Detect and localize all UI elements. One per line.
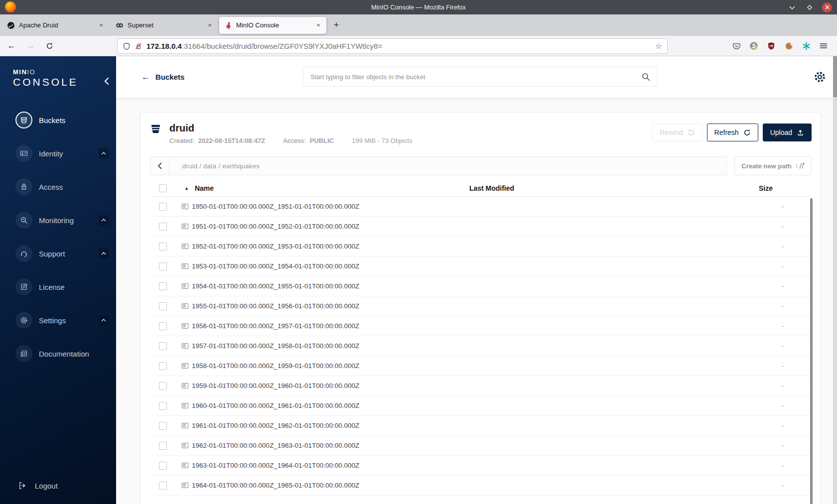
object-name[interactable]: 1964-01-01T00:00:00.000Z_1965-01-01T00:0…	[192, 482, 359, 489]
table-row[interactable]: 1955-01-01T00:00:00.000Z_1956-01-01T00:0…	[150, 296, 812, 316]
refresh-button[interactable]: Refresh	[707, 124, 758, 141]
sidebar-item-monitoring[interactable]: Monitoring	[0, 211, 116, 229]
row-checkbox[interactable]	[159, 282, 167, 290]
row-checkbox[interactable]	[159, 203, 167, 211]
sidebar-item-buckets[interactable]: Buckets	[0, 111, 116, 129]
row-checkbox[interactable]	[159, 243, 167, 251]
sidebar-item-identity[interactable]: Identity	[0, 144, 116, 162]
cookie-icon[interactable]	[781, 38, 796, 53]
object-name[interactable]: 1963-01-01T00:00:00.000Z_1964-01-01T00:0…	[192, 462, 359, 469]
row-checkbox[interactable]	[159, 302, 167, 310]
row-checkbox[interactable]	[159, 342, 167, 350]
sidebar-item-support[interactable]: Support	[0, 245, 116, 262]
table-row[interactable]: 1963-01-01T00:00:00.000Z_1964-01-01T00:0…	[150, 456, 812, 476]
chevron-up-icon[interactable]	[99, 249, 109, 258]
table-row[interactable]: 1964-01-01T00:00:00.000Z_1965-01-01T00:0…	[150, 476, 812, 496]
table-row[interactable]: 1954-01-01T00:00:00.000Z_1955-01-01T00:0…	[150, 276, 812, 296]
table-row[interactable]: 1956-01-01T00:00:00.000Z_1957-01-01T00:0…	[150, 316, 812, 336]
shield-icon[interactable]	[123, 42, 131, 50]
table-row[interactable]: 1952-01-01T00:00:00.000Z_1953-01-01T00:0…	[150, 237, 812, 256]
object-name[interactable]: 1955-01-01T00:00:00.000Z_1956-01-01T00:0…	[192, 302, 359, 310]
chevron-up-icon[interactable]	[99, 215, 109, 225]
forward-button[interactable]: →	[23, 38, 38, 53]
object-name[interactable]: 1957-01-01T00:00:00.000Z_1958-01-01T00:0…	[192, 342, 359, 350]
back-to-buckets-button[interactable]: ← Buckets	[141, 72, 184, 82]
row-checkbox[interactable]	[159, 422, 167, 430]
object-name[interactable]: 1950-01-01T00:00:00.000Z_1951-01-01T00:0…	[192, 203, 359, 210]
object-name[interactable]: 1961-01-01T00:00:00.000Z_1962-01-01T00:0…	[192, 422, 359, 429]
object-name[interactable]: 1960-01-01T00:00:00.000Z_1961-01-01T00:0…	[192, 402, 359, 409]
chevron-up-icon[interactable]	[99, 315, 109, 325]
column-header-size[interactable]: Size	[591, 184, 812, 192]
column-header-name[interactable]: Name	[195, 184, 214, 192]
table-row[interactable]: 1957-01-01T00:00:00.000Z_1958-01-01T00:0…	[150, 336, 812, 356]
settings-gear-icon[interactable]	[814, 71, 826, 83]
table-row[interactable]: 1958-01-01T00:00:00.000Z_1959-01-01T00:0…	[150, 356, 812, 376]
pocket-icon[interactable]	[729, 38, 744, 53]
row-checkbox[interactable]	[159, 482, 167, 490]
tab-close-icon[interactable]: ×	[313, 20, 323, 30]
row-checkbox[interactable]	[159, 402, 167, 410]
object-name[interactable]: 1954-01-01T00:00:00.000Z_1955-01-01T00:0…	[192, 282, 359, 290]
tab-apache-druid[interactable]: Apache Druid ×	[2, 17, 109, 34]
lock-slash-icon[interactable]	[135, 42, 142, 50]
table-row[interactable]: 1951-01-01T00:00:00.000Z_1952-01-01T00:0…	[150, 217, 812, 237]
row-checkbox[interactable]	[159, 322, 167, 330]
chevron-up-icon[interactable]	[99, 148, 109, 158]
table-row[interactable]: 1960-01-01T00:00:00.000Z_1961-01-01T00:0…	[150, 396, 812, 416]
sidebar-item-documentation[interactable]: Documentation	[0, 345, 116, 363]
row-checkbox[interactable]	[159, 262, 167, 270]
page-scrollbar-thumb[interactable]	[833, 56, 837, 97]
path-back-chevron-icon[interactable]	[150, 157, 169, 175]
object-name[interactable]: 1962-01-01T00:00:00.000Z_1963-01-01T00:0…	[192, 442, 359, 449]
current-path[interactable]: druid / data / earthquakes	[169, 162, 260, 170]
row-checkbox[interactable]	[159, 362, 167, 370]
filter-objects-search[interactable]	[303, 67, 658, 87]
row-checkbox[interactable]	[159, 223, 167, 231]
object-name[interactable]: 1951-01-01T00:00:00.000Z_1952-01-01T00:0…	[192, 223, 359, 230]
table-row[interactable]: 1961-01-01T00:00:00.000Z_1962-01-01T00:0…	[150, 416, 812, 436]
bookmark-star-icon[interactable]: ☆	[655, 41, 662, 51]
tab-close-icon[interactable]: ×	[96, 20, 106, 30]
minimize-chevron-icon[interactable]	[787, 2, 797, 12]
sidebar-item-license[interactable]: License	[0, 278, 116, 296]
sidebar-collapse-chevron-icon[interactable]	[104, 77, 109, 85]
column-header-last-modified[interactable]: Last Modified	[392, 184, 591, 192]
object-name[interactable]: 1956-01-01T00:00:00.000Z_1957-01-01T00:0…	[192, 322, 359, 330]
object-name[interactable]: 1953-01-01T00:00:00.000Z_1954-01-01T00:0…	[192, 262, 359, 270]
row-checkbox[interactable]	[159, 382, 167, 390]
row-checkbox[interactable]	[159, 462, 167, 470]
tab-superset[interactable]: Superset ×	[111, 17, 218, 34]
object-name[interactable]: 1952-01-01T00:00:00.000Z_1953-01-01T00:0…	[192, 243, 359, 250]
account-icon[interactable]	[746, 38, 761, 53]
create-new-path-button[interactable]: Create new path	[734, 156, 812, 175]
table-row[interactable]: 1953-01-01T00:00:00.000Z_1954-01-01T00:0…	[150, 256, 812, 276]
tab-minio-console[interactable]: MinIO Console ×	[219, 17, 326, 34]
ublock-icon[interactable]: UO	[764, 38, 779, 53]
table-row[interactable]: 1950-01-01T00:00:00.000Z_1951-01-01T00:0…	[150, 197, 812, 217]
row-checkbox[interactable]	[159, 442, 167, 450]
search-input[interactable]	[310, 73, 642, 81]
menu-icon[interactable]	[816, 38, 831, 53]
object-name[interactable]: 1958-01-01T00:00:00.000Z_1959-01-01T00:0…	[192, 362, 359, 370]
object-name[interactable]: 1959-01-01T00:00:00.000Z_1960-01-01T00:0…	[192, 382, 359, 389]
table-row[interactable]: 1959-01-01T00:00:00.000Z_1960-01-01T00:0…	[150, 376, 812, 396]
rewind-button[interactable]: Rewind	[652, 124, 702, 141]
table-scrollbar-thumb[interactable]	[810, 198, 813, 504]
url-bar[interactable]: 172.18.0.4:31664/buckets/druid/browse/ZG…	[117, 38, 668, 54]
sort-ascending-icon[interactable]: ▲	[184, 186, 189, 191]
sidebar-item-settings[interactable]: Settings	[0, 311, 116, 329]
maximize-diamond-icon[interactable]	[805, 2, 815, 12]
tab-close-icon[interactable]: ×	[205, 20, 215, 30]
close-circle-icon[interactable]	[822, 2, 832, 12]
upload-button[interactable]: Upload	[763, 124, 812, 141]
back-button[interactable]: ←	[4, 38, 19, 53]
sidebar-item-access[interactable]: Access	[0, 178, 116, 196]
new-tab-button[interactable]: +	[330, 19, 343, 32]
select-all-checkbox[interactable]	[159, 184, 167, 192]
table-row[interactable]: 1962-01-01T00:00:00.000Z_1963-01-01T00:0…	[150, 436, 812, 456]
page-scrollbar[interactable]	[833, 56, 837, 504]
sidebar-item-logout[interactable]: Logout	[18, 481, 58, 490]
extensions-asterisk-icon[interactable]	[799, 38, 814, 53]
reload-icon[interactable]	[42, 38, 57, 53]
